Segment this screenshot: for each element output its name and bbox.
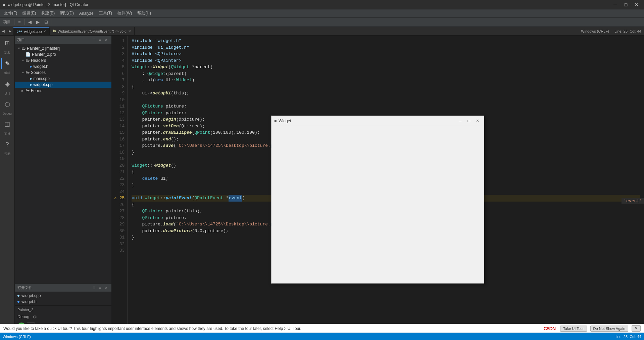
maximize-button[interactable]: □ [621,1,631,8]
take-ui-tour-button[interactable]: Take UI Tour [560,326,587,332]
menu-controls[interactable]: 控件(W) [115,10,135,17]
line-col-label: Line: 25, Col: 44 [612,29,644,33]
tree-sources-label: Sources [31,70,46,75]
open-files-panel: 打开文件 ⊞ ≡ ✕ widget.cpp widget.h [15,283,111,305]
code-line-10 [132,97,640,103]
ln-28: 28 [114,215,125,221]
project-panel-close-btn[interactable]: ✕ [103,37,109,42]
project-icon-btn[interactable]: ◫ [1,118,13,130]
open-files-close-btn[interactable]: ✕ [103,285,109,290]
tab-widget-cpp[interactable]: c++ widget.cpp ✕ [13,27,50,36]
ln-21: 21 [114,169,125,175]
debug-label-btn[interactable]: Debug [17,314,29,319]
side-welcome-section: ⊞ 欢迎 [1,37,13,55]
tab-close-icon[interactable]: ✕ [43,30,46,33]
project-panel-collapse-btn[interactable]: ⊞ [91,37,97,42]
open-file-widgeth[interactable]: widget.h [15,299,111,305]
app: ● widget.cpp @ Painter_2 [master] - Qt C… [0,0,644,340]
widget-close-btn[interactable]: ✕ [474,118,481,124]
code-line-2: #include "ui_widget.h" [132,44,640,51]
project-panel-btns: ⊞ ≡ ✕ [91,37,109,42]
open-files-btns: ⊞ ≡ ✕ [91,285,109,290]
menu-tools[interactable]: 工具(T) [96,10,115,17]
help-label: 帮助 [4,152,10,156]
tree-maincpp[interactable]: ● main.cpp [15,76,111,82]
toolbar-filter-btn[interactable]: ≡ [16,18,23,26]
menu-build[interactable]: 构建(B) [39,10,57,17]
tree-painter2pro[interactable]: 📄 Painter_2.pro [15,51,111,57]
ln-27: 27 [114,208,125,215]
ln-23: 23 [114,182,125,188]
ln-10: 10 [114,97,125,103]
menu-debug[interactable]: 调试(D) [57,10,77,17]
app-icon: ● [3,2,5,7]
menu-analyze[interactable]: Analyze [77,10,96,16]
open-files-menu-btn[interactable]: ≡ [97,285,103,290]
tree-root[interactable]: ▼ 🗁 Painter_2 [master] [15,45,111,51]
debug-project-label: Painter_2 [17,308,109,312]
tree-painter2pro-icon: 📄 [26,52,31,57]
menu-edit[interactable]: 编辑(E) [20,10,39,17]
tree-sources[interactable]: ▼ 🗁 Sources [15,70,111,76]
tree-painter2pro-label: Painter_2.pro [32,52,56,57]
tab-cpp-icon: c++ [17,30,22,33]
debug-controls: Debug ⚙ [17,313,109,321]
project-panel-header: 项目 ⊞ ≡ ✕ [15,36,111,44]
toolbar-nav-btn[interactable]: ⊞ [42,18,50,26]
open-file-widgetcpp[interactable]: widget.cpp [15,293,111,299]
menu-file[interactable]: 文件(F) [1,10,20,17]
ln-18: 18 [114,149,125,156]
left-side: 项目 ⊞ ≡ ✕ ▼ 🗁 Painter_2 [master] [15,36,111,333]
menu-help[interactable]: 帮助(H) [135,10,154,17]
tab-next-btn[interactable]: ▶ [7,27,13,36]
menu-bar: 文件(F) 编辑(E) 构建(B) 调试(D) Analyze 工具(T) 控件… [0,9,644,17]
csdn-logo: CSDN [543,326,555,331]
tree-widgetcpp[interactable]: ● widget.cpp [15,82,111,88]
line-ending-label: Windows (CRLF) [578,29,612,33]
project-panel-menu-btn[interactable]: ≡ [97,37,103,42]
tree-headers[interactable]: ▼ 🗁 Headers [15,57,111,63]
design-icon-btn[interactable]: ◈ [1,78,13,90]
ln-4: 4 [114,57,125,64]
open-files-header: 打开文件 ⊞ ≡ ✕ [15,284,111,292]
toolbar-back-btn[interactable]: ◀ [26,18,34,26]
minimize-button[interactable]: ─ [610,1,620,8]
tree-headers-arrow: ▼ [21,59,26,62]
edit-icon-btn[interactable]: ✎ [1,57,13,70]
project-side-label: 项目 [4,131,10,136]
tree-widgeth[interactable]: ● widget.h [15,63,111,70]
tree-forms-arrow: ▶ [21,89,26,92]
tour-close-button[interactable]: ✕ [632,325,641,332]
right-annotation: 'event' [622,198,644,204]
widget-maximize-btn[interactable]: □ [465,118,473,124]
ln-24: 24 [114,188,125,195]
debug-icon-btn[interactable]: ⬡ [1,98,13,111]
open-files-grid-btn[interactable]: ⊞ [91,285,97,290]
code-line-1: #include "widget.h" [132,38,640,44]
debug-side-label: Debug [3,112,12,115]
ln-20: 20 [114,162,125,169]
do-not-show-again-button[interactable]: Do Not Show Again [590,326,628,332]
tree-forms-icon: 🗁 [26,88,30,93]
tree-widgeth-label: widget.h [33,64,48,69]
open-file-widgeth-dot [17,301,19,303]
ln-32: 32 [114,241,125,248]
debug-settings-btn[interactable]: ⚙ [31,313,39,321]
tab-paint-event[interactable]: fn Widget::paintEvent(QPaintEvent *) -> … [50,27,134,36]
widget-minimize-btn[interactable]: ─ [456,118,464,124]
help-icon-btn[interactable]: ? [1,138,13,151]
tab2-close-icon[interactable]: ✕ [128,29,131,33]
close-button[interactable]: ✕ [632,1,641,8]
code-line-11: QPicture picture; [132,103,640,110]
code-line-5: Widget::Widget(QWidget *parent) [132,64,640,71]
ln-30: 30 [114,228,125,235]
welcome-icon-btn[interactable]: ⊞ [1,37,13,49]
tab-fn-icon: fn [53,29,56,33]
tree-forms[interactable]: ▶ 🗁 Forms [15,88,111,94]
project-panel-title: 项目 [17,37,25,42]
ln-26: 26 [114,202,125,208]
project-panel: 项目 ⊞ ≡ ✕ ▼ 🗁 Painter_2 [master] [15,36,111,283]
widget-preview-window[interactable]: ■ Widget ─ □ ✕ [271,116,484,284]
toolbar-forward-btn[interactable]: ▶ [34,18,42,26]
tab-prev-btn[interactable]: ◀ [0,27,7,36]
